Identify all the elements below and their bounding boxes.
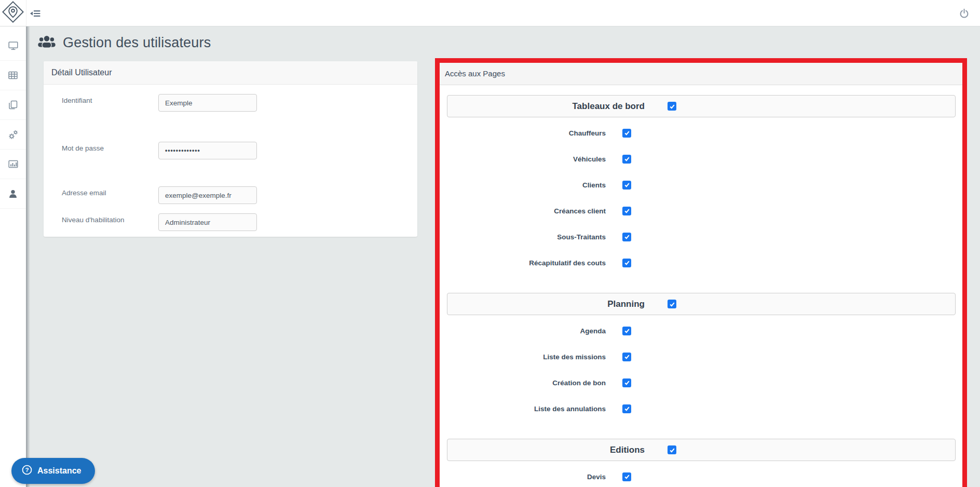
bar-chart-icon	[8, 159, 19, 169]
gears-icon	[8, 129, 19, 140]
adresse-email-input[interactable]	[158, 186, 257, 204]
checkbox-liste-des-annulations[interactable]	[622, 404, 631, 413]
checkbox-devis[interactable]	[622, 472, 631, 481]
sidebar-item-desktop[interactable]	[0, 31, 26, 61]
access-pages-panel-title: Accès aux Pages	[440, 63, 962, 85]
field-label: Niveau d'habilitation	[62, 216, 124, 224]
identifiant-input[interactable]	[158, 94, 257, 112]
field-label: Mot de passe	[62, 144, 104, 152]
access-row-liste-des-annulations: Liste des annulations	[447, 396, 956, 422]
field-label: Identifiant	[62, 97, 92, 104]
checkbox-tableaux-de-bord[interactable]	[668, 102, 676, 111]
svg-text:?: ?	[25, 466, 29, 473]
field-row-adresse-email: Adresse email	[62, 186, 402, 204]
checkbox-liste-des-missions[interactable]	[622, 353, 631, 361]
access-label: Créances client	[447, 207, 606, 215]
access-pages-panel: Accès aux Pages Tableaux de bordChauffeu…	[435, 58, 967, 487]
topbar	[0, 0, 980, 26]
page-title-row: Gestion des utilisateurs	[37, 35, 211, 51]
access-row-clients: Clients	[447, 172, 956, 198]
sidebar-item-bar-chart[interactable]	[0, 150, 26, 179]
sidebar-item-copy[interactable]	[0, 90, 26, 120]
access-label: Devis	[447, 473, 606, 481]
content: Gestion des utilisateurs Détail Utilisat…	[26, 26, 980, 487]
section-title: Tableaux de bord	[447, 101, 645, 112]
sidebar-item-user[interactable]	[0, 179, 26, 209]
section-title: Planning	[447, 299, 645, 309]
field-row-niveau-d-habilitation: Niveau d'habilitation	[62, 213, 402, 231]
access-label: Récapitulatif des couts	[447, 259, 606, 267]
copy-icon	[8, 100, 18, 110]
section-header-planning: Planning	[447, 293, 956, 315]
desktop-icon	[8, 40, 19, 51]
checkbox-editions[interactable]	[668, 445, 676, 454]
checkbox-planning[interactable]	[668, 300, 676, 308]
section-header-tableaux-de-bord: Tableaux de bord	[447, 95, 956, 117]
field-row-mot-de-passe: Mot de passe	[62, 142, 402, 159]
app-logo[interactable]	[0, 0, 26, 26]
checkbox-vehicules[interactable]	[622, 155, 631, 164]
access-row-recapitulatif-des-couts: Récapitulatif des couts	[447, 250, 956, 276]
niveau-d-habilitation-input[interactable]	[158, 213, 257, 231]
section-header-editions: Editions	[447, 439, 956, 461]
access-label: Création de bon	[447, 379, 606, 387]
sidebar-item-table[interactable]	[0, 61, 26, 90]
access-label: Liste des annulations	[447, 405, 606, 413]
access-row-creances-client: Créances client	[447, 198, 956, 224]
access-section-planning: PlanningAgendaListe des missionsCréation…	[447, 293, 956, 422]
checkbox-chauffeurs[interactable]	[622, 129, 631, 138]
sidebar	[0, 26, 26, 487]
checkbox-creation-de-bon[interactable]	[622, 378, 631, 387]
checkbox-agenda[interactable]	[622, 327, 631, 335]
access-row-agenda: Agenda	[447, 318, 956, 344]
assistance-button[interactable]: ? Assistance	[11, 458, 95, 484]
page-title: Gestion des utilisateurs	[63, 35, 211, 51]
access-row-liste-des-missions: Liste des missions	[447, 344, 956, 370]
access-label: Agenda	[447, 327, 606, 335]
access-label: Clients	[447, 181, 606, 189]
user-detail-panel: Détail Utilisateur IdentifiantMot de pas…	[44, 61, 417, 237]
checkbox-clients[interactable]	[622, 181, 631, 190]
checkbox-recapitulatif-des-couts[interactable]	[622, 259, 631, 267]
power-button[interactable]	[958, 7, 970, 21]
access-section-tableaux-de-bord: Tableaux de bordChauffeursVéhiculesClien…	[447, 95, 956, 276]
access-section-editions: EditionsDevis	[447, 439, 956, 487]
table-icon	[8, 70, 18, 80]
user-detail-form: IdentifiantMot de passeAdresse emailNive…	[44, 85, 417, 237]
field-row-identifiant: Identifiant	[62, 94, 402, 112]
access-row-vehicules: Véhicules	[447, 146, 956, 172]
access-label: Liste des missions	[447, 353, 606, 361]
user-detail-panel-title: Détail Utilisateur	[44, 61, 417, 85]
sidebar-toggle-icon	[30, 11, 40, 19]
access-label: Sous-Traitants	[447, 233, 606, 241]
power-icon	[959, 12, 969, 20]
assistance-label: Assistance	[37, 466, 81, 476]
access-label: Véhicules	[447, 155, 606, 163]
access-row-chauffeurs: Chauffeurs	[447, 120, 956, 146]
checkbox-sous-traitants[interactable]	[622, 233, 631, 241]
access-pages-body: Tableaux de bordChauffeursVéhiculesClien…	[440, 85, 962, 487]
users-icon	[37, 35, 56, 51]
question-circle-icon: ?	[22, 465, 32, 477]
checkbox-creances-client[interactable]	[622, 207, 631, 215]
field-label: Adresse email	[62, 189, 106, 197]
access-label: Chauffeurs	[447, 129, 606, 137]
mot-de-passe-input[interactable]	[158, 142, 257, 159]
access-row-sous-traitants: Sous-Traitants	[447, 224, 956, 250]
sidebar-toggle-button[interactable]	[29, 8, 42, 20]
diamond-pin-logo-icon	[2, 1, 24, 25]
user-icon	[8, 188, 18, 199]
access-row-creation-de-bon: Création de bon	[447, 370, 956, 396]
access-row-devis: Devis	[447, 464, 956, 487]
sidebar-item-gears[interactable]	[0, 120, 26, 150]
section-title: Editions	[447, 445, 645, 455]
